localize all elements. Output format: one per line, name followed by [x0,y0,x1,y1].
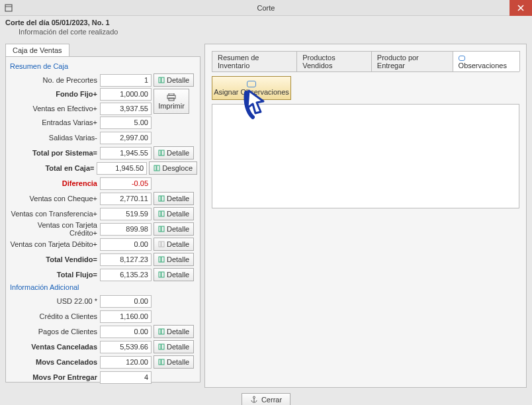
svg-rect-26 [159,359,161,365]
svg-rect-22 [159,329,161,334]
detalle-pagos-button[interactable]: Detalle [154,325,194,338]
tab-observaciones[interactable]: Observaciones [453,51,520,71]
value-cheque: 2,770.11 [100,193,152,205]
value-precortes: 1 [100,74,152,87]
svg-rect-13 [161,211,164,216]
detalle-precortes-button[interactable]: Detalle [154,73,194,87]
detalle-sistema-button[interactable]: Detalle [154,146,194,159]
close-window-button[interactable] [510,0,532,16]
svg-rect-14 [159,226,161,232]
value-cancel: 5,539.66 [100,341,152,353]
detalle-flujo-button[interactable]: Detalle [154,268,194,281]
tab-caja-ventas[interactable]: Caja de Ventas [5,44,69,56]
label-vendido: Total Vendido= [9,255,100,263]
svg-rect-21 [161,272,164,277]
value-credito: 899.98 [100,223,152,236]
svg-rect-23 [161,329,164,334]
header-title: Corte del día 05/01/2023, No. 1 [5,19,527,26]
svg-rect-19 [161,257,164,262]
label-fondo: Fondo Fijo+ [9,90,100,98]
value-sistema: 1,945.55 [100,147,152,159]
title-bar: Corte [0,0,532,16]
label-entradas: Entradas Varias+ [9,118,100,126]
detalle-credito-button[interactable]: Detalle [154,222,194,236]
speech-bubble-icon [247,81,256,87]
cerrar-button[interactable]: Cerrar [242,393,290,405]
window-title: Corte [0,4,532,12]
svg-rect-25 [161,344,164,349]
detalle-cancel-button[interactable]: Detalle [154,340,194,353]
value-movcancel: 120.00 [100,356,152,369]
svg-rect-8 [154,165,156,171]
value-entradas: 5.00 [100,116,152,129]
detalle-debito-button: Detalle [154,238,194,251]
detalle-transfer-button[interactable]: Detalle [154,207,194,220]
speech-bubble-icon [459,56,465,61]
detalle-movcancel-button[interactable]: Detalle [154,355,194,369]
desgloce-button[interactable]: Desgloce [149,161,197,175]
section-resumen: Resumen de Caja [10,62,197,70]
value-entregar: 4 [100,371,152,384]
label-cancel: Ventas Canceladas [9,343,100,351]
label-entregar: Movs Por Entregar [9,373,100,381]
label-cheque: Ventas con Cheque+ [9,195,100,202]
label-movcancel: Movs Cancelados [9,358,100,366]
svg-rect-18 [159,257,161,262]
value-fondo: 1,000.00 [100,88,152,101]
label-usd: USD 22.00 * [9,297,100,305]
left-panel: Resumen de Caja No. de Precortes 1 Detal… [5,56,200,382]
svg-rect-17 [161,242,164,247]
imprimir-button[interactable]: Imprimir [154,89,189,114]
label-salidas: Salidas Varias- [9,134,100,142]
label-sistema: Total por Sistema= [9,149,100,157]
value-debito: 0.00 [100,238,152,251]
svg-rect-10 [159,196,161,201]
svg-point-28 [253,396,255,398]
observaciones-area [212,104,519,208]
value-dif: -0.05 [100,177,152,190]
value-transfer: 519.59 [100,208,152,220]
value-caja: 1,945.50 [97,162,147,175]
value-salidas: 2,997.00 [100,132,152,144]
tab-productos-vendidos[interactable]: Productos Vendidos [296,51,372,71]
label-credcli: Crédito a Clientes [9,312,100,320]
label-pagoscli: Pagos de Clientes [9,328,100,336]
value-flujo: 6,135.23 [100,269,152,281]
svg-rect-12 [159,211,161,216]
anchor-icon [250,396,258,404]
svg-rect-6 [159,150,161,156]
label-transfer: Ventas con Transferencia+ [9,210,100,218]
header-subtitle: Información del corte realizado [5,26,527,36]
right-panel: Resumen de Inventario Productos Vendidos… [204,44,527,388]
svg-rect-9 [157,165,159,171]
label-dif: Diferencia [9,179,100,187]
svg-rect-7 [161,150,164,156]
label-debito: Ventas con Tarjeta Débito+ [9,240,100,248]
asignar-observaciones-button[interactable]: Asignar Observaciones [212,76,291,100]
value-efectivo: 3,937.55 [100,103,152,115]
value-credcli: 1,160.00 [100,310,152,323]
section-info: Información Adicional [10,283,197,291]
svg-rect-1 [159,77,161,83]
label-caja: Total en Caja= [9,164,97,172]
tab-producto-entregar[interactable]: Producto por Entregar [371,51,453,71]
svg-rect-16 [159,242,161,247]
label-efectivo: Ventas en Efectivo+ [9,105,100,112]
svg-rect-2 [161,77,164,83]
page-header: Corte del día 05/01/2023, No. 1 Informac… [0,16,532,38]
tab-resumen-inventario[interactable]: Resumen de Inventario [212,51,297,71]
value-pagoscli: 0.00 [100,326,152,338]
label-precortes: No. de Precortes [9,76,100,84]
label-credito: Ventas con Tarjeta Crédito+ [9,221,100,237]
detalle-cheque-button[interactable]: Detalle [154,192,194,205]
label-flujo: Total Flujo= [9,271,100,279]
value-usd: 0.00 [100,295,152,308]
svg-rect-27 [161,359,164,365]
svg-rect-15 [161,226,164,232]
svg-rect-24 [159,344,161,349]
value-vendido: 8,127.23 [100,253,152,266]
svg-rect-20 [159,272,161,277]
svg-rect-11 [161,196,164,201]
detalle-vendido-button[interactable]: Detalle [154,253,194,266]
